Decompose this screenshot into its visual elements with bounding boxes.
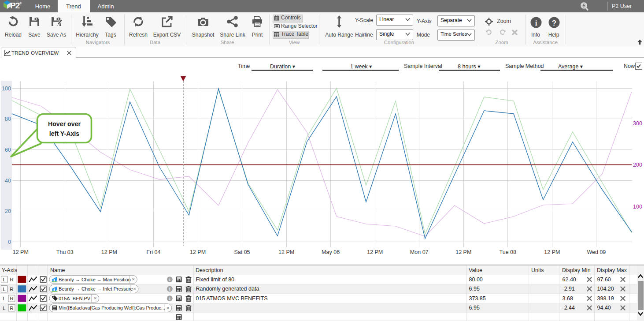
svg-text:R: R xyxy=(10,277,13,282)
svg-text:Fixed limit of 80: Fixed limit of 80 xyxy=(196,276,235,283)
svg-text:×: × xyxy=(133,286,136,291)
svg-text:L: L xyxy=(3,306,6,311)
svg-text:i: i xyxy=(169,287,170,291)
svg-text:97.60: 97.60 xyxy=(597,276,611,283)
svg-text:12 PM: 12 PM xyxy=(190,249,206,255)
svg-text:R: R xyxy=(10,296,13,301)
svg-text:6.95: 6.95 xyxy=(469,305,480,311)
svg-text:200: 200 xyxy=(633,162,642,168)
svg-text:-2.44: -2.44 xyxy=(563,305,575,311)
svg-text:-2.91: -2.91 xyxy=(563,286,575,292)
svg-text:015 ATMOS MVC BENEFITS: 015 ATMOS MVC BENEFITS xyxy=(196,295,268,302)
svg-text:300: 300 xyxy=(633,120,642,127)
svg-text:373.85: 373.85 xyxy=(469,295,486,302)
svg-text:Beardy → Choke → Inlet Pressur: Beardy → Choke → Inlet Pressure xyxy=(59,286,133,291)
svg-text:Randomly generated data: Randomly generated data xyxy=(196,286,259,292)
svg-text:12 PM: 12 PM xyxy=(278,249,294,255)
svg-text:40: 40 xyxy=(5,178,11,184)
svg-text:Thu 03: Thu 03 xyxy=(56,249,74,255)
svg-text:R: R xyxy=(10,306,13,311)
svg-text:100: 100 xyxy=(633,204,642,210)
svg-text:12 PM: 12 PM xyxy=(455,249,471,255)
svg-text:0: 0 xyxy=(8,239,11,245)
svg-text:Hover over: Hover over xyxy=(48,120,81,127)
svg-text:L: L xyxy=(3,296,6,301)
svg-text:015A_BEN.PV: 015A_BEN.PV xyxy=(59,296,91,301)
svg-text:398.19: 398.19 xyxy=(597,295,614,302)
svg-text:R: R xyxy=(10,287,13,292)
svg-text:80: 80 xyxy=(5,116,11,122)
svg-text:left Y-Axis: left Y-Axis xyxy=(49,130,79,137)
svg-text:3.68: 3.68 xyxy=(563,295,573,302)
svg-text:12 PM: 12 PM xyxy=(13,249,29,255)
svg-text:Min({Balaclava[Gas Producing W: Min({Balaclava[Gas Producing Well]:Gas P… xyxy=(59,305,165,310)
svg-text:12 PM: 12 PM xyxy=(367,249,383,255)
svg-text:60: 60 xyxy=(5,147,11,153)
svg-text:Tue 08: Tue 08 xyxy=(500,249,517,255)
svg-text:i: i xyxy=(169,277,170,282)
svg-text:Wed 09: Wed 09 xyxy=(587,249,606,255)
svg-text:12 PM: 12 PM xyxy=(544,249,560,255)
svg-text:94.40: 94.40 xyxy=(597,305,611,311)
svg-text:62.40: 62.40 xyxy=(563,276,576,283)
svg-text:Mon 07: Mon 07 xyxy=(410,249,429,255)
svg-text:Beardy → Choke → Max Position: Beardy → Choke → Max Position xyxy=(59,277,131,282)
svg-text:Sat 05: Sat 05 xyxy=(234,249,250,255)
svg-text:20: 20 xyxy=(5,208,11,214)
svg-text:Fri 04: Fri 04 xyxy=(146,249,160,255)
svg-text:L: L xyxy=(3,287,6,292)
svg-text:×: × xyxy=(167,305,169,310)
svg-text:i: i xyxy=(169,296,170,301)
svg-text:×: × xyxy=(94,295,96,301)
svg-text:12 PM: 12 PM xyxy=(101,249,117,255)
svg-text:100: 100 xyxy=(2,86,11,92)
svg-text:May 06: May 06 xyxy=(322,249,340,255)
svg-text:×: × xyxy=(132,276,135,282)
svg-text:104.20: 104.20 xyxy=(597,286,614,292)
svg-text:6.95: 6.95 xyxy=(469,286,480,292)
svg-text:L: L xyxy=(3,277,6,282)
svg-text:80.00: 80.00 xyxy=(469,276,483,283)
